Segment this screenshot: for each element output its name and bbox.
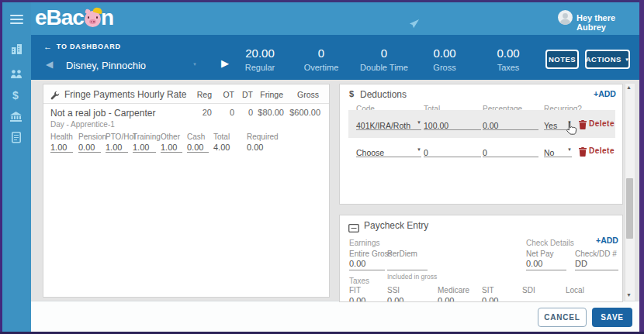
stat-taxes: 0.00 Taxes — [485, 46, 531, 72]
paycheck-title: Paycheck Entry — [364, 220, 428, 231]
sidebar-item-team[interactable] — [10, 68, 23, 82]
stat-doubletime-label: Double Time — [353, 63, 415, 72]
sit-input[interactable]: 0.00 — [482, 296, 498, 302]
scroll-down-icon[interactable]: ▼ — [626, 292, 632, 298]
stat-gross-label: Gross — [421, 63, 468, 72]
ptohol-input[interactable]: 1.00 — [106, 143, 128, 153]
stat-gross-value: 0.00 — [421, 46, 468, 60]
send-plane-icon[interactable] — [409, 19, 420, 33]
window-frame-right — [639, 0, 644, 334]
deduction2-recurring-select[interactable]: No ▼ — [544, 145, 572, 157]
sidebar-item-payroll[interactable]: $ — [12, 89, 19, 102]
net-pay-input[interactable]: 0.00 — [526, 259, 566, 270]
bank-icon — [10, 111, 22, 124]
logo-text-post: n — [101, 5, 113, 30]
deduction2-recurring-value: No — [544, 148, 554, 157]
avatar[interactable] — [558, 10, 573, 28]
stat-doubletime: 0 Double Time — [353, 46, 415, 72]
medicare-label: Medicare — [438, 286, 469, 294]
deduction2-code-value: Choose — [356, 148, 384, 157]
other-input[interactable]: 1.00 — [161, 143, 182, 153]
stat-overtime-value: 0 — [298, 46, 345, 60]
deduction-total-input[interactable]: 100.00 — [424, 118, 481, 130]
scroll-up-icon[interactable]: ▲ — [626, 84, 632, 90]
logo-text-pre: eBac — [35, 5, 84, 30]
entire-gross-input[interactable]: 0.00 — [349, 259, 385, 270]
job-title: Not a real job - Carpenter — [50, 108, 155, 119]
required-label: Required — [247, 133, 279, 141]
total-label: Total — [213, 133, 230, 141]
required-value: 0.00 — [247, 143, 268, 152]
paycheck-panel: Paycheck Entry +ADD Earnings Check Detai… — [339, 215, 623, 302]
team-icon — [10, 68, 23, 81]
trash-icon[interactable] — [579, 146, 587, 160]
job-fringe-value: $80.00 — [250, 108, 284, 117]
deductions-dollar-icon: $ — [349, 89, 354, 98]
code-caret-icon: ▼ — [417, 120, 421, 125]
back-arrow-icon: ← — [43, 42, 53, 51]
notes-button-label: NOTES — [549, 55, 576, 64]
total-value: 4.00 — [213, 143, 235, 152]
perdiem-input[interactable] — [387, 259, 428, 270]
pension-input[interactable]: 0.00 — [78, 143, 101, 153]
cash-input[interactable]: 0.00 — [187, 143, 209, 153]
deduction2-delete-button[interactable]: Delete — [589, 146, 615, 155]
stat-doubletime-value: 0 — [353, 46, 415, 60]
ssi-input[interactable]: 0.00 — [387, 296, 403, 302]
entire-gross-label: Entire Gross — [349, 250, 393, 258]
user-menu[interactable]: Hey there Aubrey ▼ — [576, 13, 644, 32]
actions-caret-icon: ▼ — [625, 57, 629, 62]
deduction-code-select[interactable]: 401K/IRA/Roth ▼ — [356, 118, 421, 130]
stat-gross: 0.00 Gross — [421, 46, 468, 72]
hamburger-menu-icon[interactable] — [10, 12, 23, 26]
deduction2-percentage-input[interactable]: 0 — [483, 145, 538, 157]
deduction2-code-select[interactable]: Choose ▼ — [356, 145, 421, 157]
net-pay-label: Net Pay — [526, 250, 554, 258]
deduction-delete-button[interactable]: Delete — [589, 119, 615, 128]
stat-regular: 20.00 Regular — [237, 46, 283, 72]
deduction-percentage-input[interactable]: 0.00 — [483, 118, 538, 130]
health-label: Health — [50, 133, 73, 141]
stat-taxes-value: 0.00 — [485, 46, 531, 60]
check-dd-input[interactable]: DD — [575, 259, 618, 270]
perdiem-label: PerDiem — [387, 250, 417, 258]
dollar-icon: $ — [12, 89, 19, 102]
prev-employee-icon[interactable]: ◀ — [46, 59, 53, 70]
stat-overtime-label: Overtime — [298, 63, 345, 72]
sidebar-item-bank[interactable] — [10, 111, 22, 125]
medicare-input[interactable]: 0.00 — [438, 296, 454, 302]
job-ot-value: 0 — [219, 108, 234, 117]
fit-label: FIT — [349, 286, 361, 294]
to-dashboard-link[interactable]: ← TO DASHBOARD — [43, 42, 121, 51]
scrollbar-thumb[interactable] — [626, 178, 633, 239]
col-fringe: Fringe — [252, 90, 283, 99]
employee-caret-icon[interactable]: ▼ — [192, 62, 197, 67]
deductions-add-button[interactable]: +ADD — [594, 89, 616, 98]
deduction-total-value: 100.00 — [424, 121, 448, 130]
training-input[interactable]: 1.00 — [133, 143, 156, 153]
notes-button[interactable]: NOTES — [545, 50, 579, 69]
fit-input[interactable]: 0.00 — [349, 296, 365, 302]
health-input[interactable]: 1.00 — [50, 143, 73, 153]
trash-icon[interactable] — [579, 119, 587, 133]
save-button[interactable]: SAVE — [592, 308, 632, 327]
ebacon-logo[interactable]: eBac n — [35, 5, 113, 30]
deduction-recurring-value: Yes — [544, 121, 557, 130]
deduction-percentage-value: 0.00 — [483, 121, 498, 130]
earnings-section-label: Earnings — [349, 239, 379, 247]
paycheck-add-button[interactable]: +ADD — [596, 236, 618, 245]
cancel-button[interactable]: CANCEL — [538, 308, 587, 327]
sidebar-item-ledger[interactable] — [12, 132, 21, 146]
col-reg: Reg — [192, 90, 212, 99]
sit-label: SIT — [482, 286, 494, 294]
next-employee-icon[interactable]: ▶ — [221, 57, 229, 69]
cash-label: Cash — [187, 133, 205, 141]
sidebar-item-company[interactable] — [11, 43, 23, 57]
stat-overtime: 0 Overtime — [298, 46, 345, 72]
code2-caret-icon: ▼ — [417, 147, 421, 152]
deductions-add-label: ADD — [598, 89, 616, 98]
wrench-icon — [50, 89, 60, 103]
deduction2-total-input[interactable]: 0 — [424, 145, 481, 157]
fringe-panel: Fringe Payments Hourly Rate Reg OT DT Fr… — [43, 84, 330, 298]
actions-button[interactable]: ACTIONS ▼ — [585, 50, 630, 69]
